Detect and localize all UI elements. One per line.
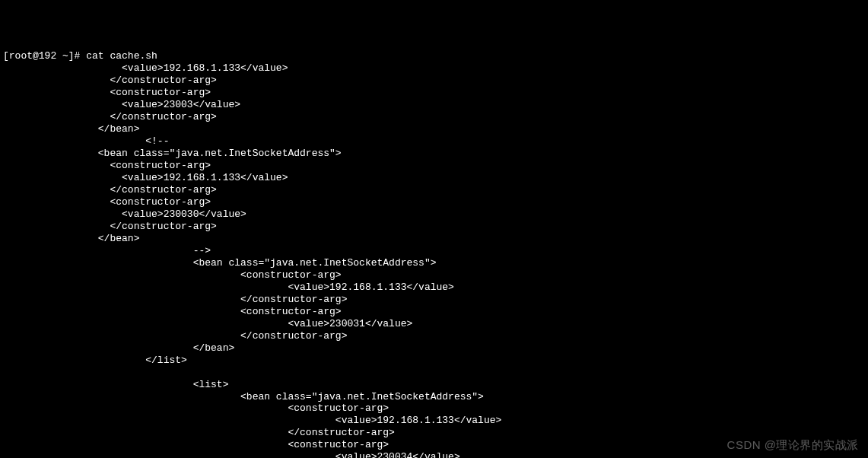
terminal-line: </bean> [3, 233, 868, 245]
terminal-line: <value>192.168.1.133</value> [3, 281, 868, 294]
terminal-line: </constructor-arg> [3, 75, 868, 87]
terminal-line: <list> [3, 379, 868, 391]
terminal-line: <bean class="java.net.InetSocketAddress"… [3, 257, 868, 269]
terminal-line: <constructor-arg> [3, 306, 868, 318]
terminal-line: <constructor-arg> [3, 402, 868, 415]
terminal-line: </constructor-arg> [3, 221, 868, 233]
terminal-line: </constructor-arg> [3, 294, 868, 306]
terminal-line [3, 367, 868, 379]
terminal-line: </constructor-arg> [3, 111, 868, 123]
terminal-line: <!-- [3, 135, 868, 148]
terminal-line: </constructor-arg> [3, 330, 868, 342]
terminal-line: <value>192.168.1.133</value> [3, 62, 868, 75]
terminal-line: <value>230030</value> [3, 208, 868, 221]
terminal-line: <constructor-arg> [3, 196, 868, 208]
terminal-line: --> [3, 245, 868, 257]
terminal-line: <constructor-arg> [3, 269, 868, 281]
terminal-line: </bean> [3, 342, 868, 355]
terminal-line: <value>230031</value> [3, 318, 868, 330]
terminal-line: <bean class="java.net.InetSocketAddress"… [3, 391, 868, 403]
terminal-line: </constructor-arg> [3, 184, 868, 196]
terminal-line: <bean class="java.net.InetSocketAddress"… [3, 148, 868, 160]
terminal-output[interactable]: [root@192 ~]# cat cache.sh <value>192.16… [3, 50, 868, 458]
terminal-line: </list> [3, 355, 868, 367]
terminal-line: [root@192 ~]# cat cache.sh [3, 50, 868, 62]
watermark-text: CSDN @理论界的实战派 [727, 438, 859, 452]
terminal-line: <value>23003</value> [3, 99, 868, 111]
terminal-line: </bean> [3, 123, 868, 135]
terminal-line: <value>192.168.1.133</value> [3, 172, 868, 184]
terminal-line: <value>230034</value> [3, 451, 868, 458]
terminal-line: <constructor-arg> [3, 160, 868, 172]
terminal-line: <value>192.168.1.133</value> [3, 415, 868, 427]
terminal-line: <constructor-arg> [3, 87, 868, 99]
